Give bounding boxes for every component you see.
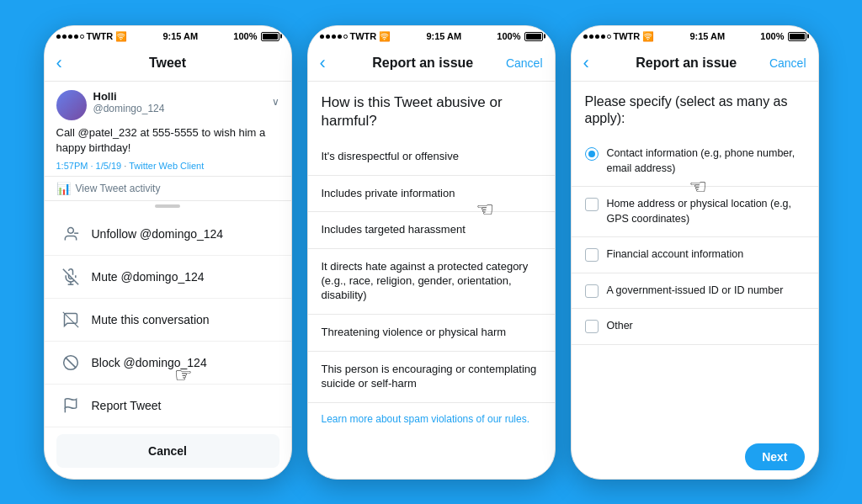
dot3: [332, 34, 336, 39]
dot5: [343, 34, 348, 39]
checkbox-unchecked-1: [585, 198, 599, 211]
checkbox-item-2[interactable]: Financial account information: [572, 237, 818, 273]
nav-title: Tweet: [77, 56, 259, 71]
report-option-1[interactable]: Includes private information: [308, 176, 555, 213]
report-option-3[interactable]: It directs hate against a protected cate…: [308, 249, 555, 315]
menu-list: Unfollow @domingo_124 Mute @domingo_124: [45, 213, 291, 427]
dot2: [62, 34, 67, 39]
status-right3: 100%: [760, 31, 806, 41]
checkbox-unchecked-2: [585, 248, 599, 262]
cancel-nav-button3[interactable]: Cancel: [769, 56, 806, 70]
carrier-label3: TWTR: [614, 31, 641, 41]
phone2-status-bar: TWTR 🛜 9:15 AM 100%: [308, 26, 555, 45]
phone3-wrapper: TWTR 🛜 9:15 AM 100% ‹ Report an issue Ca…: [571, 25, 819, 480]
checkbox-label-0: Contact information (e.g, phone number, …: [607, 146, 805, 176]
cancel-nav-button2[interactable]: Cancel: [506, 56, 543, 70]
dot2: [589, 34, 593, 39]
back-button3[interactable]: ‹: [583, 52, 604, 74]
status-left2: TWTR 🛜: [320, 31, 391, 42]
tweet-header: Holli @domingo_124 ∨: [56, 90, 279, 120]
report-icon: [61, 396, 80, 415]
dot3: [68, 34, 72, 39]
battery-label2: 100%: [497, 31, 520, 41]
tweet-handle: @domingo_124: [93, 103, 165, 114]
checkbox-item-4[interactable]: Other: [572, 309, 818, 345]
phone2: TWTR 🛜 9:15 AM 100% ‹ Report an issue Ca…: [307, 25, 556, 480]
wifi-icon2: 🛜: [379, 31, 391, 42]
phone3-nav-bar: ‹ Report an issue Cancel: [572, 45, 818, 82]
next-button[interactable]: Next: [745, 443, 804, 470]
dot1: [56, 34, 61, 39]
report-options-list: It's disrespectful or offensive Includes…: [308, 139, 555, 403]
wifi-icon3: 🛜: [642, 31, 654, 42]
tweet-client[interactable]: Twitter Web Client: [129, 161, 204, 171]
checkbox-item-3[interactable]: A government-issued ID or ID number: [572, 273, 818, 310]
checkbox-unchecked-3: [585, 284, 599, 298]
battery-label3: 100%: [760, 31, 784, 41]
time-label3: 9:15 AM: [689, 31, 725, 41]
report-option-2[interactable]: Includes targeted harassment: [308, 212, 555, 249]
dot1: [583, 34, 588, 39]
back-button[interactable]: ‹: [56, 52, 77, 74]
dot5: [607, 34, 611, 39]
learn-more-link[interactable]: Learn more: [322, 413, 373, 425]
report-option-0[interactable]: It's disrespectful or offensive: [308, 139, 555, 176]
dot3: [595, 34, 599, 39]
report-label: Report Tweet: [92, 399, 162, 412]
block-menu-item[interactable]: Block @domingo_124: [45, 342, 291, 385]
tweet-user-info: Holli @domingo_124 ∨: [93, 90, 279, 114]
phone1-wrapper: TWTR 🛜 9:15 AM 100% ‹ Tweet: [44, 25, 292, 480]
time-label: 9:15 AM: [162, 31, 198, 41]
checkbox-label-3: A government-issued ID or ID number: [607, 284, 784, 299]
svg-point-0: [67, 227, 73, 233]
scroll-handle: [155, 204, 180, 208]
chevron-down-icon[interactable]: ∨: [272, 96, 279, 108]
battery-label: 100%: [233, 31, 257, 41]
dot4: [338, 34, 342, 39]
mute-label: Mute @domingo_124: [92, 270, 205, 284]
bar-chart-icon: 📊: [56, 182, 71, 195]
battery-icon3: [788, 32, 806, 41]
report-menu-item[interactable]: Report Tweet: [45, 385, 291, 427]
checkbox-unchecked-4: [585, 320, 599, 333]
phone2-nav-bar: ‹ Report an issue Cancel: [308, 45, 555, 82]
carrier-label2: TWTR: [350, 31, 377, 41]
unfollow-menu-item[interactable]: Unfollow @domingo_124: [45, 213, 291, 256]
cancel-button[interactable]: Cancel: [56, 434, 279, 468]
phone3-status-bar: TWTR 🛜 9:15 AM 100%: [572, 26, 818, 45]
report-option-5[interactable]: This person is encouraging or contemplat…: [308, 352, 555, 403]
wifi-icon: 🛜: [115, 31, 127, 42]
view-activity-label[interactable]: View Tweet activity: [76, 183, 161, 194]
tweet-stats[interactable]: 📊 View Tweet activity: [45, 177, 291, 201]
dot4: [74, 34, 78, 39]
mute-menu-item[interactable]: Mute @domingo_124: [45, 256, 291, 299]
checkbox-label-1: Home address or physical location (e.g, …: [607, 197, 805, 226]
status-right: 100%: [233, 31, 279, 41]
tweet-username: Holli: [93, 90, 165, 103]
phone1: TWTR 🛜 9:15 AM 100% ‹ Tweet: [44, 25, 292, 480]
battery-fill2: [526, 34, 541, 40]
time-label2: 9:15 AM: [426, 31, 461, 41]
tweet-content: Call @patel_232 at 555-5555 to wish him …: [56, 125, 279, 156]
tweet-area: Holli @domingo_124 ∨ Call @patel_232 at …: [45, 82, 291, 177]
carrier-label: TWTR: [87, 31, 114, 41]
report-option-4[interactable]: Threatening violence or physical harm: [308, 315, 555, 352]
mute-convo-label: Mute this conversation: [92, 313, 210, 326]
checkbox-item-0[interactable]: Contact information (e.g, phone number, …: [572, 136, 818, 187]
block-label: Block @domingo_124: [92, 356, 207, 369]
phone2-wrapper: TWTR 🛜 9:15 AM 100% ‹ Report an issue Ca…: [307, 25, 556, 480]
block-icon: [61, 353, 80, 372]
battery-icon: [261, 32, 279, 41]
avatar: [56, 90, 87, 120]
signal-dots3: [583, 34, 611, 39]
svg-line-7: [66, 358, 76, 368]
checkbox-item-1[interactable]: Home address or physical location (e.g, …: [572, 187, 818, 237]
battery-icon2: [524, 32, 543, 41]
radio-checked-icon: [585, 147, 599, 161]
phone1-nav-bar: ‹ Tweet: [45, 45, 291, 82]
status-right2: 100%: [497, 31, 542, 41]
phone3: TWTR 🛜 9:15 AM 100% ‹ Report an issue Ca…: [571, 25, 819, 480]
report-question: How is this Tweet abusive or harmful?: [308, 82, 555, 139]
mute-convo-menu-item[interactable]: Mute this conversation: [45, 299, 291, 342]
back-button2[interactable]: ‹: [320, 52, 340, 74]
